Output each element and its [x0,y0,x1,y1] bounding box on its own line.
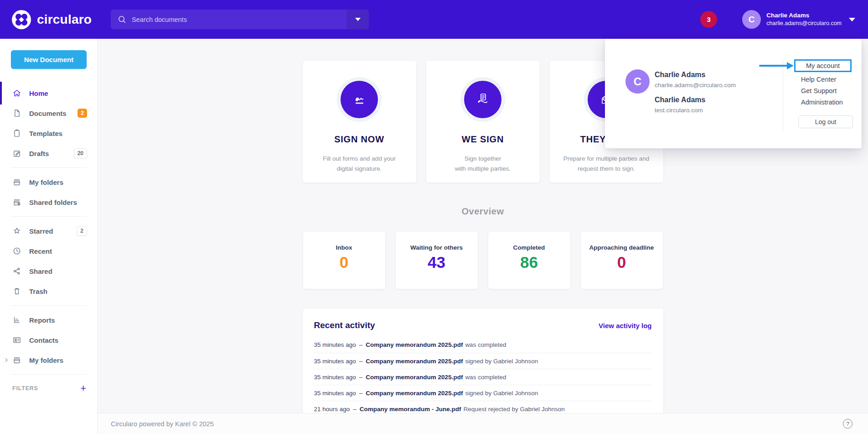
activity-row[interactable]: 35 minutes ago – Company memorandum 2025… [314,369,652,385]
sidebar-item-label: My folders [29,356,63,364]
action-card-title: WE SIGN [426,134,540,145]
count-badge: 2 [77,226,87,236]
activity-row[interactable]: 35 minutes ago – Company memorandum 2025… [314,385,652,401]
document-icon [12,109,21,118]
separator: – [359,374,363,381]
star-icon [12,226,21,235]
sidebar-item-documents[interactable]: Documents 2 [0,103,97,123]
hand-document-icon [464,81,501,118]
stat-card-approaching-deadline[interactable]: Approaching deadline 0 [581,232,663,289]
stat-value: 86 [488,254,570,270]
activity-time: 21 hours ago [314,406,350,413]
stat-value: 43 [396,254,478,270]
sidebar-item-label: Documents [29,110,67,117]
chevron-down-icon [355,18,361,21]
activity-row[interactable]: 35 minutes ago – Company memorandum 2025… [314,337,652,353]
user-name: Charlie Adams [766,11,842,20]
activity-row[interactable]: 35 minutes ago – Company memorandum 2025… [314,353,652,369]
top-bar: circularo 3 C Charlie Adams charlie.adam… [0,0,868,39]
clock-icon [12,246,21,256]
filters-label: FILTERS [12,385,38,392]
activity-action: Request rejected by Gabriel Johnson [464,406,565,413]
activity-file: Company memorandum 2025.pdf [366,390,463,397]
sidebar-item-starred[interactable]: Starred 2 [0,221,97,241]
separator: – [359,341,363,348]
contacts-icon [12,335,21,345]
activity-file: Company memorandum - June.pdf [360,406,461,413]
sidebar-item-reports[interactable]: Reports [0,310,97,330]
user-identity: Charlie Adams charlie.adams@circularo.co… [766,11,842,27]
folder-icon [12,356,21,365]
sidebar-item-home[interactable]: Home [0,83,97,103]
sidebar-item-label: Drafts [29,150,49,157]
sidebar-item-trash[interactable]: Trash [0,281,97,301]
sidebar-item-label: Shared [29,267,52,275]
annotation-arrow [759,65,788,67]
menu-item-get-support[interactable]: Get Support [801,87,837,94]
menu-item-administration[interactable]: Administration [801,99,843,106]
sidebar-item-shared[interactable]: Shared [0,261,97,281]
notifications-badge[interactable]: 3 [700,11,717,28]
new-document-button[interactable]: New Document [11,50,87,69]
sidebar-item-my-folders[interactable]: My folders [0,172,97,192]
sidebar-item-label: Reports [29,316,55,324]
account-name: Charlie Adams [655,96,705,104]
signature-icon [341,81,378,118]
menu-item-my-account[interactable]: My account [794,59,852,72]
stat-label: Inbox [303,244,385,251]
stat-label: Waiting for others [396,244,478,251]
recent-activity-card: Recent activity View activity log 35 min… [303,309,663,413]
activity-time: 35 minutes ago [314,374,356,381]
sidebar-item-label: Home [29,89,48,97]
we-sign-card[interactable]: WE SIGN Sign together with multiple part… [426,61,540,183]
home-icon [12,89,21,98]
circularo-logo-icon [12,10,31,29]
menu-item-help-center[interactable]: Help Center [801,76,836,83]
sidebar-item-recent[interactable]: Recent [0,241,97,261]
stat-card-completed[interactable]: Completed 86 [488,232,570,289]
shared-folder-icon [12,198,21,207]
annotation-arrow-head [787,62,794,69]
log-out-button[interactable]: Log out [798,115,853,128]
activity-action: was completed [465,341,506,348]
top-bar-right: 3 C Charlie Adams charlie.adams@circular… [700,0,855,39]
app-logo[interactable]: circularo [12,10,92,29]
folder-icon [12,178,21,187]
avatar[interactable]: C [742,10,761,29]
template-icon [12,129,21,138]
sidebar-item-my-folders-tree[interactable]: My folders [0,350,97,370]
sidebar-item-label: Contacts [29,336,58,344]
draft-icon [12,149,21,158]
sidebar-item-templates[interactable]: Templates [0,123,97,143]
activity-row[interactable]: 21 hours ago – Company memorandum - June… [314,401,652,413]
activity-action: signed by Gabriel Johnson [465,358,538,365]
count-badge: 2 [78,109,87,118]
search-bar[interactable] [111,10,369,29]
separator: – [353,406,356,413]
sidebar-item-shared-folders[interactable]: Shared folders [0,192,97,212]
action-card-description: Sign together with multiple parties. [426,154,540,173]
chevron-down-icon [849,18,855,21]
stat-card-waiting-for-others[interactable]: Waiting for others 43 [396,232,478,289]
footer-text: Circularo powered by Karel © 2025 [111,420,214,428]
account-domain: test.circularo.com [655,107,703,114]
stat-value: 0 [303,254,385,270]
search-icon [118,15,126,24]
sidebar-item-drafts[interactable]: Drafts 20 [0,143,97,163]
recent-activity-header: Recent activity View activity log [314,320,652,330]
add-filter-button[interactable] [80,383,86,393]
account-email: charlie.adams@circularo.com [655,82,736,89]
stat-value: 0 [581,254,663,270]
chevron-right-icon[interactable] [4,357,9,363]
search-input[interactable] [126,16,346,23]
account-name: Charlie Adams [655,71,705,79]
activity-time: 35 minutes ago [314,358,356,365]
stat-card-inbox[interactable]: Inbox 0 [303,232,385,289]
view-activity-log-link[interactable]: View activity log [599,322,651,329]
trash-icon [12,287,21,296]
sign-now-card[interactable]: SIGN NOW Fill out forms and add your dig… [303,61,416,183]
sidebar-item-contacts[interactable]: Contacts [0,330,97,350]
search-scope-dropdown[interactable] [346,10,369,29]
user-menu-trigger[interactable]: C Charlie Adams charlie.adams@circularo.… [742,10,855,29]
help-icon[interactable] [843,419,852,429]
